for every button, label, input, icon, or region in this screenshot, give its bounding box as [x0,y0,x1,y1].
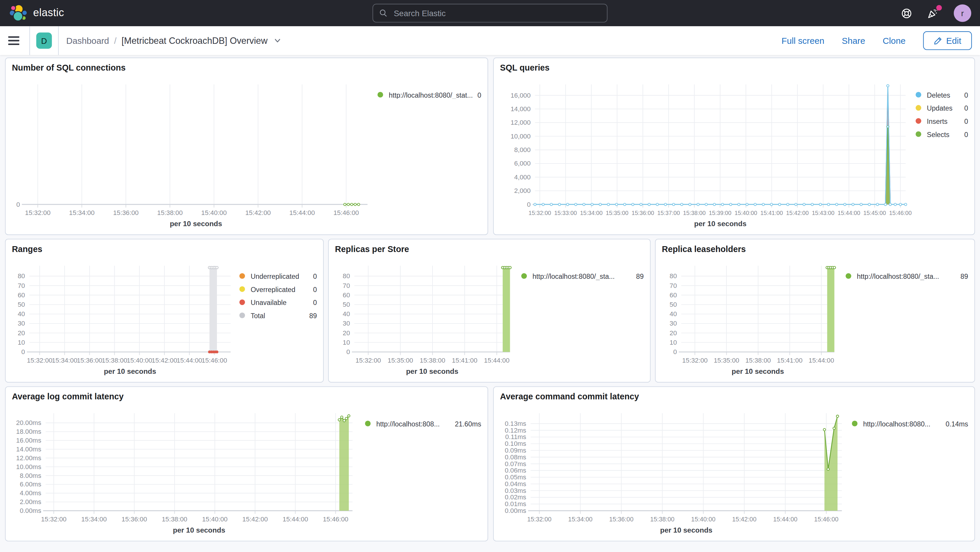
panel-title[interactable]: Number of SQL connections [6,58,487,78]
legend-item[interactable]: http://localhost:8080...0.14ms [852,417,968,430]
svg-text:per 10 seconds: per 10 seconds [406,367,458,375]
dashboard-badge[interactable]: D [36,33,52,49]
legend-label: http://localhost:8080/_sta... [857,272,955,280]
news-feed-icon[interactable] [927,7,939,19]
legend-item[interactable]: http://localhost:8080/_sta...89 [521,269,644,283]
panel-number-of-sql-connections: Number of SQL connections 15:32:0015:34:… [5,58,488,235]
svg-text:2,000: 2,000 [514,187,531,194]
legend-item[interactable]: Underreplicated0 [239,269,317,283]
kibana-app: elastic [0,0,980,552]
svg-text:0.05ms: 0.05ms [505,474,526,481]
svg-text:30: 30 [18,320,25,327]
svg-text:15:42:00: 15:42:00 [245,209,271,216]
avg-command-commit-latency-chart[interactable]: 15:32:0015:34:0015:36:0015:38:0015:40:00… [499,407,852,538]
search-input[interactable] [393,8,601,19]
replicas-per-store-chart[interactable]: 15:32:0015:35:0015:38:0015:41:0015:44:00… [334,259,521,379]
legend-item[interactable]: Deletes0 [916,88,968,102]
legend-label: Total [250,312,304,320]
panel-title[interactable]: Replica leaseholders [656,239,974,259]
panel-average-log-commit-latency: Average log commit latency 15:32:0015:34… [5,387,488,541]
svg-text:70: 70 [343,282,350,290]
svg-text:40: 40 [18,310,25,318]
chart-legend: Deletes0Updates0Inserts0Selects0 [916,78,970,232]
svg-text:15:46:00: 15:46:00 [889,210,912,216]
full-screen-button[interactable]: Full screen [781,36,824,46]
legend-item[interactable]: http://localhost:808...21.60ms [365,417,481,430]
svg-text:15:45:00: 15:45:00 [863,210,886,216]
menu-icon[interactable] [8,36,29,45]
clone-button[interactable]: Clone [883,36,905,46]
share-button[interactable]: Share [842,36,865,46]
svg-text:15:34:00: 15:34:00 [52,357,77,364]
legend-item[interactable]: Updates0 [916,101,968,115]
breadcrumb: Dashboard / [Metricbeat CockroachDB] Ove… [66,36,281,46]
svg-text:4.00ms: 4.00ms [20,489,41,497]
breadcrumb-dashboard-link[interactable]: Dashboard [66,36,109,46]
legend-item[interactable]: Selects0 [916,128,968,141]
sql-queries-chart[interactable]: 15:32:0015:33:0015:34:0015:35:0015:36:00… [499,78,916,232]
panel-ranges: Ranges 15:32:0015:34:0015:36:0015:38:001… [5,239,324,383]
chart-legend: http://localhost:8080/_sta...89 [846,259,970,379]
legend-item[interactable]: Total89 [239,309,317,322]
chart-legend: http://localhost:8080/_sta...89 [521,259,646,379]
legend-item[interactable]: http://localhost:8080/_sta...89 [846,269,968,283]
svg-text:15:39:00: 15:39:00 [709,210,732,216]
svg-text:80: 80 [343,272,350,280]
legend-item[interactable]: http://localhost:8080/_stat...0 [377,88,481,102]
svg-text:0.08ms: 0.08ms [505,453,526,461]
svg-text:15:40:00: 15:40:00 [691,516,716,523]
panel-sql-queries: SQL queries 15:32:0015:33:0015:34:0015:3… [493,58,975,235]
svg-text:30: 30 [343,320,350,327]
legend-label: Unavailable [250,299,308,306]
panel-title[interactable]: SQL queries [494,58,974,78]
ranges-chart[interactable]: 15:32:0015:34:0015:36:0015:38:0015:40:00… [11,259,239,379]
legend-value: 0 [964,104,968,112]
avatar[interactable]: r [954,5,972,22]
legend-color-dot [916,92,921,97]
help-icon[interactable] [901,8,912,19]
svg-text:15:32:00: 15:32:00 [528,210,551,216]
svg-text:15:42:00: 15:42:00 [152,357,177,364]
panel-title[interactable]: Average log commit latency [6,387,487,407]
legend-item[interactable]: Overreplicated0 [239,283,317,296]
replica-leaseholders-chart[interactable]: 15:32:0015:35:0015:38:0015:41:0015:44:00… [661,259,846,379]
edit-button[interactable]: Edit [923,31,972,50]
global-search[interactable] [372,4,608,23]
svg-text:40: 40 [343,310,350,318]
sql-connections-chart[interactable]: 15:32:0015:34:0015:36:0015:38:0015:40:00… [11,78,377,232]
panel-title[interactable]: Ranges [6,239,323,259]
legend-label: Selects [927,130,959,138]
svg-text:50: 50 [18,301,25,308]
svg-text:15:32:00: 15:32:00 [682,357,708,364]
svg-text:15:35:00: 15:35:00 [714,357,739,364]
legend-color-dot [377,92,383,97]
legend-item[interactable]: Unavailable0 [239,296,317,309]
svg-text:60: 60 [18,291,25,299]
avg-log-commit-latency-chart[interactable]: 15:32:0015:34:0015:36:0015:38:0015:40:00… [11,407,365,538]
svg-text:10: 10 [18,339,25,346]
svg-text:15:46:00: 15:46:00 [323,515,348,523]
panel-title[interactable]: Replicas per Store [329,239,650,259]
legend-value: 89 [636,272,644,280]
legend-color-dot [239,273,245,279]
legend-item[interactable]: Inserts0 [916,115,968,128]
notification-dot [936,5,942,10]
svg-text:15:44:00: 15:44:00 [283,515,308,523]
elastic-logo[interactable]: elastic [9,4,64,23]
legend-label: Updates [927,104,959,112]
breadcrumb-separator: / [114,36,116,46]
legend-color-dot [916,105,921,111]
chart-legend: http://localhost:8080...0.14ms [852,407,970,538]
svg-text:40: 40 [670,310,677,318]
svg-text:15:40:00: 15:40:00 [202,515,228,523]
panel-title[interactable]: Average command commit latency [494,387,974,407]
svg-text:70: 70 [670,282,677,290]
svg-text:15:44:00: 15:44:00 [484,357,509,364]
svg-text:15:34:00: 15:34:00 [69,209,95,216]
svg-text:0.00ms: 0.00ms [505,507,526,514]
chevron-down-icon[interactable] [274,37,282,45]
svg-text:15:35:00: 15:35:00 [388,357,413,364]
legend-color-dot [916,118,921,124]
svg-text:14.00ms: 14.00ms [16,445,41,453]
svg-text:15:32:00: 15:32:00 [41,515,67,523]
